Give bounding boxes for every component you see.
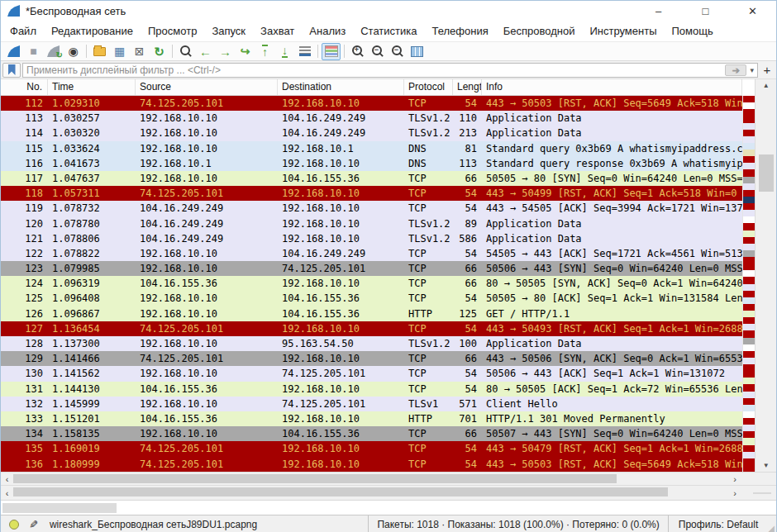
zoom-in-icon[interactable]: + bbox=[348, 43, 367, 60]
packet-row[interactable]: 1291.14146674.125.205.101192.168.10.10TC… bbox=[1, 351, 742, 366]
cell-source: 192.168.10.10 bbox=[136, 261, 278, 276]
packet-row[interactable]: 1191.078732104.16.249.249192.168.10.10TC… bbox=[1, 201, 742, 216]
vertical-scroll-track[interactable] bbox=[756, 92, 776, 459]
menu-item[interactable]: Запуск bbox=[204, 21, 253, 41]
packet-row[interactable]: 1261.096867192.168.10.10104.16.155.36HTT… bbox=[1, 306, 742, 321]
minimap-stripe bbox=[743, 458, 755, 465]
add-filter-button[interactable]: + bbox=[760, 63, 775, 78]
start-capture-icon[interactable] bbox=[4, 43, 23, 60]
zoom-out-icon[interactable]: − bbox=[368, 43, 387, 60]
filter-dropdown-caret-icon[interactable]: ▾ bbox=[748, 66, 757, 74]
menu-item[interactable]: Телефония bbox=[424, 21, 495, 41]
packet-row[interactable]: 1171.047637192.168.10.10104.16.155.36TCP… bbox=[1, 171, 742, 186]
column-header-info[interactable]: Info bbox=[482, 79, 742, 95]
horizontal-scrollbar-detail[interactable]: ‹ › bbox=[1, 485, 776, 500]
packet-row[interactable]: 1161.041673192.168.10.1192.168.10.10DNS1… bbox=[1, 156, 742, 171]
go-to-packet-icon[interactable]: ↪ bbox=[236, 43, 255, 60]
cell-time: 1.078806 bbox=[48, 231, 136, 246]
packet-row[interactable]: 1301.141562192.168.10.1074.125.205.101TC… bbox=[1, 366, 742, 381]
capture-options-icon[interactable]: ◉ bbox=[64, 43, 83, 60]
packet-row[interactable]: 1281.137300192.168.10.1095.163.54.50TLSv… bbox=[1, 336, 742, 351]
scroll-up-arrow-icon[interactable]: ▲ bbox=[756, 79, 776, 92]
minimap[interactable] bbox=[742, 96, 755, 472]
minimize-button[interactable]: – bbox=[635, 1, 682, 21]
packet-row[interactable]: 1351.16901974.125.205.101192.168.10.10TC… bbox=[1, 441, 742, 456]
scroll-right-arrow-icon[interactable]: › bbox=[733, 488, 736, 498]
column-header-no[interactable]: No. bbox=[1, 79, 48, 95]
packet-row[interactable]: 1311.144130104.16.155.36192.168.10.10TCP… bbox=[1, 382, 742, 397]
packet-row[interactable]: 1141.030320192.168.10.10104.16.249.249TL… bbox=[1, 126, 742, 140]
column-header-source[interactable]: Source bbox=[136, 79, 278, 95]
scroll-left-arrow-icon[interactable]: ‹ bbox=[1, 488, 13, 498]
horizontal-scroll-track[interactable] bbox=[13, 473, 776, 485]
zoom-normal-icon[interactable]: − bbox=[388, 43, 407, 60]
go-last-packet-icon[interactable]: ↓ bbox=[275, 43, 294, 60]
profile-label[interactable]: Профиль: Default bbox=[668, 515, 769, 532]
menu-item[interactable]: Анализ bbox=[302, 21, 353, 41]
apply-filter-button[interactable]: ➔ bbox=[725, 64, 746, 76]
column-header-length[interactable]: Length bbox=[453, 79, 482, 95]
menu-item[interactable]: Редактирование bbox=[44, 21, 141, 41]
menu-item[interactable]: Инструменты bbox=[582, 21, 664, 41]
scroll-down-arrow-icon[interactable]: ▼ bbox=[756, 459, 776, 472]
scroll-left-arrow-icon[interactable]: ‹ bbox=[1, 474, 13, 484]
find-packet-icon[interactable] bbox=[176, 43, 195, 60]
horizontal-scroll-thumb[interactable] bbox=[13, 487, 668, 496]
restart-capture-icon[interactable]: ↻ bbox=[44, 43, 63, 60]
column-header-destination[interactable]: Destination bbox=[278, 79, 404, 95]
packet-row[interactable]: 1231.079985192.168.10.1074.125.205.101TC… bbox=[1, 261, 742, 276]
vertical-scroll-thumb[interactable] bbox=[759, 154, 774, 192]
maximize-button[interactable]: □ bbox=[682, 1, 729, 21]
go-first-packet-icon[interactable]: ↑ bbox=[255, 43, 274, 60]
go-back-icon[interactable]: ← bbox=[196, 43, 215, 60]
menu-item[interactable]: Просмотр bbox=[141, 21, 204, 41]
menu-item[interactable]: Помощь bbox=[665, 21, 721, 41]
menu-item[interactable]: Беспроводной bbox=[496, 21, 583, 41]
autoscroll-icon[interactable] bbox=[295, 43, 314, 60]
packet-row[interactable]: 1181.05731174.125.205.101192.168.10.10TC… bbox=[1, 186, 742, 201]
go-forward-icon[interactable]: → bbox=[216, 43, 235, 60]
reload-file-icon[interactable]: ↻ bbox=[150, 43, 169, 60]
vertical-scrollbar[interactable]: ▲ ▼ bbox=[755, 79, 776, 472]
packet-row[interactable]: 1321.145999192.168.10.1074.125.205.101TL… bbox=[1, 397, 742, 411]
expert-info-icon[interactable] bbox=[9, 520, 19, 530]
cell-protocol: TCP bbox=[404, 366, 453, 381]
packet-row[interactable]: 1361.18099974.125.205.101192.168.10.10TC… bbox=[1, 457, 742, 472]
menu-item[interactable]: Файл bbox=[2, 21, 44, 41]
scroll-right-arrow-icon[interactable]: › bbox=[733, 474, 736, 484]
packet-row[interactable]: 1331.151201104.16.155.36192.168.10.10HTT… bbox=[1, 411, 742, 426]
stop-capture-icon[interactable]: ■ bbox=[24, 43, 43, 60]
resize-columns-icon[interactable] bbox=[408, 43, 427, 60]
capture-comment-pencil-icon[interactable]: ✎ bbox=[27, 520, 40, 529]
save-file-icon[interactable]: ▦ bbox=[110, 43, 129, 60]
packet-row[interactable]: 1131.030257192.168.10.10104.16.249.249TL… bbox=[1, 111, 742, 126]
packet-row[interactable]: 1121.02931074.125.205.101192.168.10.10TC… bbox=[1, 96, 742, 111]
minimap-stripe bbox=[743, 338, 755, 344]
cell-info: 50506 → 443 [ACK] Seq=1 Ack=1 Win=131072 bbox=[482, 366, 742, 381]
display-filter-input[interactable] bbox=[23, 64, 725, 76]
packet-row[interactable]: 1271.13645474.125.205.101192.168.10.10TC… bbox=[1, 321, 742, 336]
packet-row[interactable]: 1241.096319104.16.155.36192.168.10.10TCP… bbox=[1, 276, 742, 291]
horizontal-scrollbar-list[interactable]: ‹ › bbox=[1, 472, 776, 485]
splitter-handle[interactable] bbox=[753, 492, 771, 494]
menu-item[interactable]: Статистика bbox=[353, 21, 424, 41]
resize-grip-icon[interactable]: ◢ bbox=[768, 524, 776, 532]
column-header-protocol[interactable]: Protocol bbox=[404, 79, 453, 95]
menu-item[interactable]: Захват bbox=[253, 21, 302, 41]
collapsed-pane-thumb[interactable] bbox=[2, 503, 117, 513]
horizontal-scroll-thumb[interactable] bbox=[13, 474, 617, 483]
packet-row[interactable]: 1251.096408192.168.10.10104.16.155.36TCP… bbox=[1, 291, 742, 306]
packet-row[interactable]: 1201.078780104.16.249.249192.168.10.10TL… bbox=[1, 216, 742, 231]
packet-row[interactable]: 1211.078806104.16.249.249192.168.10.10TL… bbox=[1, 231, 742, 246]
column-header-time[interactable]: Time bbox=[48, 79, 136, 95]
packet-row[interactable]: 1341.158135192.168.10.10104.16.155.36TCP… bbox=[1, 426, 742, 441]
close-button[interactable]: ✕ bbox=[729, 1, 776, 21]
filter-bookmark-button[interactable] bbox=[2, 63, 21, 78]
horizontal-scroll-track[interactable] bbox=[13, 486, 776, 500]
packet-row[interactable]: 1221.078822192.168.10.10104.16.249.249TC… bbox=[1, 246, 742, 261]
colorize-icon[interactable] bbox=[322, 43, 341, 60]
close-file-icon[interactable]: ⊠ bbox=[130, 43, 149, 60]
packet-row[interactable]: 1151.033624192.168.10.10192.168.10.1DNS8… bbox=[1, 141, 742, 156]
open-file-icon[interactable] bbox=[90, 43, 109, 60]
autoscroll-shape bbox=[299, 46, 311, 56]
